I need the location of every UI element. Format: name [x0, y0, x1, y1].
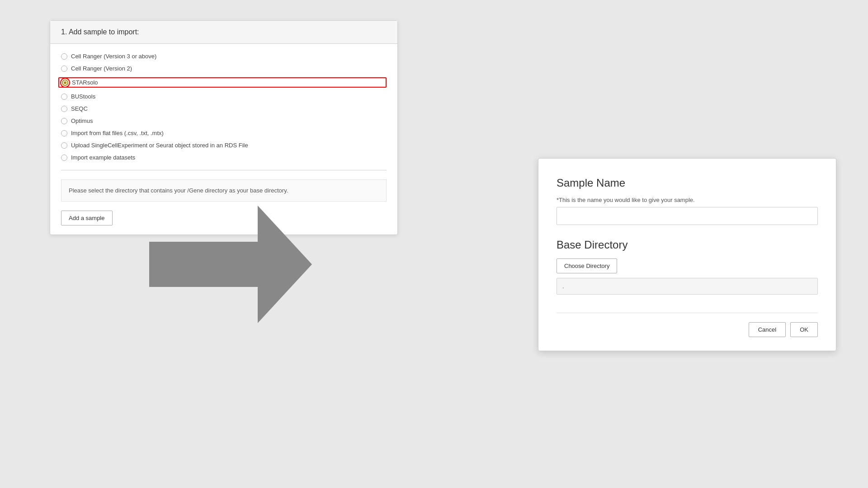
sample-name-description: *This is the name you would like to give…: [557, 197, 818, 203]
direction-arrow: [149, 206, 312, 323]
radio-cellranger2[interactable]: [61, 66, 67, 72]
label-rds: Upload SingleCellExperiment or Seurat ob…: [71, 142, 248, 149]
page-container: 1. Add sample to import: Cell Ranger (Ve…: [0, 0, 868, 488]
label-cellranger2: Cell Ranger (Version 2): [71, 65, 132, 72]
add-sample-button[interactable]: Add a sample: [61, 211, 113, 225]
arrow-tip: [258, 206, 312, 323]
radio-rds[interactable]: [61, 142, 67, 149]
option-starsolo[interactable]: STARsolo: [58, 77, 387, 88]
section-spacer: [557, 225, 818, 239]
radio-seqc[interactable]: [61, 106, 67, 112]
panel-header: 1. Add sample to import:: [50, 21, 397, 44]
sample-dialog: Sample Name *This is the name you would …: [538, 158, 836, 351]
sample-name-title: Sample Name: [557, 177, 818, 189]
ok-button[interactable]: OK: [790, 322, 818, 337]
dialog-footer: Cancel OK: [557, 313, 818, 337]
divider: [61, 170, 387, 170]
option-seqc[interactable]: SEQC: [61, 105, 387, 112]
label-example: Import example datasets: [71, 154, 135, 161]
base-directory-title: Base Directory: [557, 239, 818, 251]
panel-title: 1. Add sample to import:: [61, 28, 139, 36]
radio-bustools[interactable]: [61, 94, 67, 100]
arrow-container: [145, 212, 316, 316]
info-text: Please select the directory that contain…: [61, 179, 387, 202]
radio-optimus[interactable]: [61, 118, 67, 124]
option-example[interactable]: Import example datasets: [61, 154, 387, 161]
left-panel: 1. Add sample to import: Cell Ranger (Ve…: [50, 20, 398, 235]
cancel-button[interactable]: Cancel: [749, 322, 786, 337]
sample-name-input[interactable]: [557, 207, 818, 225]
label-starsolo: STARsolo: [72, 79, 98, 86]
label-cellranger3: Cell Ranger (Version 3 or above): [71, 53, 156, 60]
label-bustools: BUStools: [71, 93, 95, 100]
arrow-body: [149, 242, 258, 287]
option-cellranger2[interactable]: Cell Ranger (Version 2): [61, 65, 387, 72]
option-flatfiles[interactable]: Import from flat files (.csv, .txt, .mtx…: [61, 130, 387, 136]
sample-name-section: Sample Name *This is the name you would …: [557, 177, 818, 225]
radio-flatfiles[interactable]: [61, 130, 67, 136]
label-seqc: SEQC: [71, 105, 88, 112]
base-directory-section: Base Directory Choose Directory .: [557, 239, 818, 295]
radio-cellranger3[interactable]: [61, 53, 67, 60]
option-rds[interactable]: Upload SingleCellExperiment or Seurat ob…: [61, 142, 387, 149]
label-optimus: Optimus: [71, 117, 93, 124]
option-optimus[interactable]: Optimus: [61, 117, 387, 124]
directory-path-display: .: [557, 278, 818, 295]
option-cellranger3[interactable]: Cell Ranger (Version 3 or above): [61, 53, 387, 60]
choose-directory-button[interactable]: Choose Directory: [557, 258, 617, 273]
option-bustools[interactable]: BUStools: [61, 93, 387, 100]
label-flatfiles: Import from flat files (.csv, .txt, .mtx…: [71, 130, 164, 136]
radio-example[interactable]: [61, 155, 67, 161]
radio-starsolo[interactable]: [62, 80, 68, 86]
